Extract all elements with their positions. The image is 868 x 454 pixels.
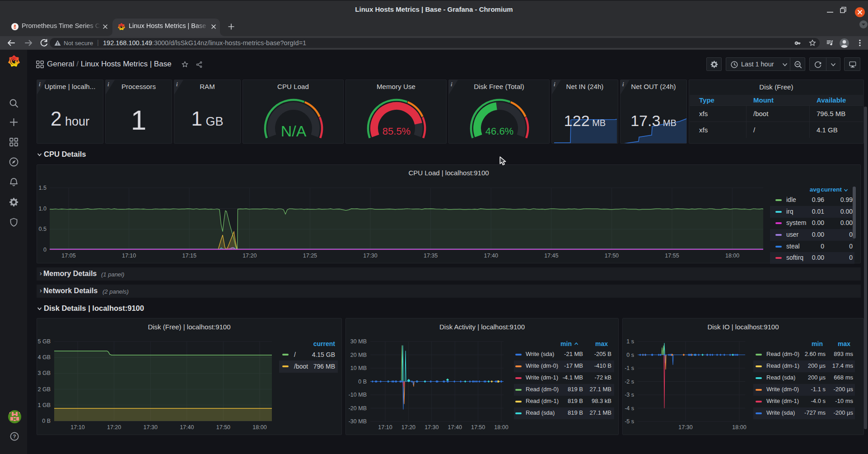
svg-text:17:20: 17:20 xyxy=(401,424,415,431)
svg-text:?: ? xyxy=(13,434,16,439)
svg-text:17:50: 17:50 xyxy=(471,424,485,431)
svg-text:1 s: 1 s xyxy=(626,338,634,345)
svg-text:18:00: 18:00 xyxy=(725,253,739,259)
svg-text:17:55: 17:55 xyxy=(665,253,679,259)
svg-text:17:25: 17:25 xyxy=(303,253,317,259)
svg-text:-5 s: -5 s xyxy=(625,418,634,425)
svg-text:-2 s: -2 s xyxy=(625,379,634,385)
svg-text:N/A: N/A xyxy=(281,122,307,140)
svg-text:17:40: 17:40 xyxy=(180,424,194,431)
svg-text:17:20: 17:20 xyxy=(243,253,257,259)
svg-text:-30 MB: -30 MB xyxy=(349,418,367,425)
svg-text:18:00: 18:00 xyxy=(252,424,266,431)
svg-text:0 B: 0 B xyxy=(42,418,51,424)
svg-text:3 GB: 3 GB xyxy=(38,370,51,376)
svg-text:-1 s: -1 s xyxy=(625,365,634,371)
svg-text:17:40: 17:40 xyxy=(448,424,462,431)
svg-text:46.6%: 46.6% xyxy=(485,126,513,137)
svg-text:17:30: 17:30 xyxy=(363,253,377,259)
svg-text:17:50: 17:50 xyxy=(605,253,619,259)
svg-text:17:45: 17:45 xyxy=(544,253,558,259)
svg-text:17:40: 17:40 xyxy=(484,253,498,259)
svg-text:17:10: 17:10 xyxy=(70,424,84,431)
svg-text:17:50: 17:50 xyxy=(216,424,230,431)
svg-text:-20 MB: -20 MB xyxy=(349,405,367,412)
svg-text:17:35: 17:35 xyxy=(424,253,438,259)
svg-text:17:30: 17:30 xyxy=(144,424,158,431)
svg-text:20 MB: 20 MB xyxy=(350,352,367,358)
svg-text:1.5: 1.5 xyxy=(39,185,47,191)
svg-text:4 GB: 4 GB xyxy=(38,354,51,360)
svg-text:85.5%: 85.5% xyxy=(383,126,411,137)
svg-text:0 s: 0 s xyxy=(626,352,634,358)
svg-text:17:10: 17:10 xyxy=(122,253,136,259)
svg-text:-10 MB: -10 MB xyxy=(349,392,367,398)
svg-text:17:30: 17:30 xyxy=(678,424,692,431)
svg-text:17:05: 17:05 xyxy=(61,253,75,259)
svg-text:18:00: 18:00 xyxy=(732,424,746,431)
svg-text:0: 0 xyxy=(43,247,47,253)
svg-text:1 GB: 1 GB xyxy=(38,402,51,408)
svg-text:5 GB: 5 GB xyxy=(38,338,51,345)
svg-text:30 MB: 30 MB xyxy=(350,338,367,345)
svg-text:0 B: 0 B xyxy=(358,379,367,385)
svg-text:10 MB: 10 MB xyxy=(350,365,367,371)
svg-text:18:00: 18:00 xyxy=(494,424,508,431)
svg-text:-3 s: -3 s xyxy=(625,392,634,398)
svg-text:-4 s: -4 s xyxy=(625,405,634,412)
svg-text:2 GB: 2 GB xyxy=(38,386,51,393)
svg-text:1.0: 1.0 xyxy=(39,206,47,212)
svg-text:17:10: 17:10 xyxy=(378,424,392,431)
svg-text:17:20: 17:20 xyxy=(107,424,121,431)
svg-text:0.5: 0.5 xyxy=(39,226,47,232)
svg-text:17:15: 17:15 xyxy=(182,253,196,259)
svg-text:17:30: 17:30 xyxy=(425,424,439,431)
